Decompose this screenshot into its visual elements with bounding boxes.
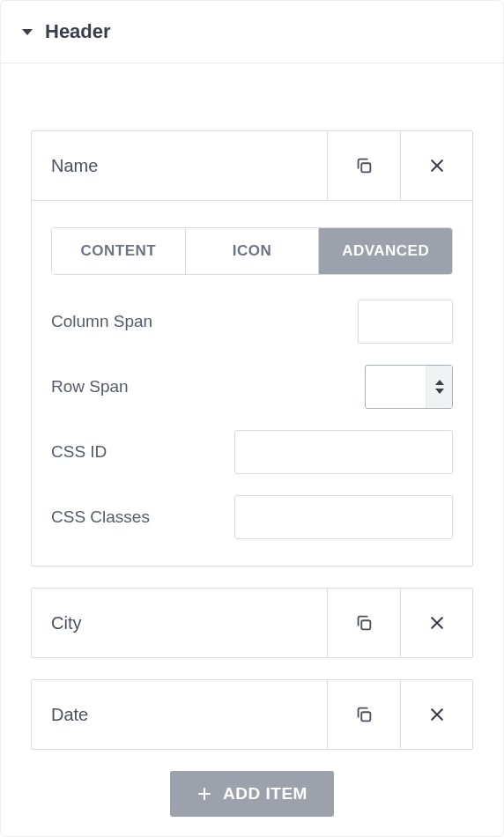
chevron-down-icon [22, 29, 33, 35]
svg-rect-6 [361, 712, 370, 721]
close-icon [428, 157, 446, 174]
input-row-span-wrapper [365, 365, 453, 409]
tab-advanced[interactable]: ADVANCED [319, 228, 452, 274]
item-head: Name [32, 131, 472, 200]
copy-icon [354, 705, 374, 724]
row-css-classes: CSS Classes [51, 495, 453, 539]
input-row-span[interactable] [366, 366, 426, 408]
close-icon [428, 614, 446, 632]
label-column-span: Column Span [51, 312, 152, 331]
section-body: Name CONTENT ICON ADVANCED [1, 63, 503, 837]
input-css-id[interactable] [234, 430, 453, 474]
item-title[interactable]: Date [32, 680, 328, 749]
add-item-label: ADD ITEM [223, 784, 308, 804]
close-icon [428, 706, 446, 723]
row-css-id: CSS ID [51, 430, 453, 474]
item-card: Date [31, 679, 473, 750]
copy-icon [354, 613, 374, 633]
svg-rect-0 [361, 163, 370, 172]
input-css-classes[interactable] [234, 495, 453, 539]
item-title[interactable]: Name [32, 131, 328, 200]
label-css-id: CSS ID [51, 442, 107, 462]
plus-icon [196, 786, 212, 802]
input-column-span[interactable] [358, 300, 453, 344]
chevron-up-icon [435, 380, 444, 385]
item-head: City [32, 589, 472, 657]
duplicate-button[interactable] [328, 131, 400, 200]
svg-rect-3 [361, 620, 370, 629]
item-card: City [31, 588, 473, 658]
row-column-span: Column Span [51, 300, 453, 344]
tab-content[interactable]: CONTENT [52, 228, 186, 274]
item-body: CONTENT ICON ADVANCED Column Span Row Sp… [32, 200, 472, 566]
copy-icon [354, 156, 374, 175]
item-title[interactable]: City [32, 589, 328, 657]
remove-button[interactable] [400, 680, 472, 749]
duplicate-button[interactable] [328, 680, 400, 749]
add-item-button[interactable]: ADD ITEM [170, 771, 334, 817]
label-css-classes: CSS Classes [51, 507, 150, 527]
label-row-span: Row Span [51, 377, 129, 396]
remove-button[interactable] [400, 131, 472, 200]
tab-icon[interactable]: ICON [186, 228, 320, 274]
item-card: Name CONTENT ICON ADVANCED [31, 130, 473, 567]
row-row-span: Row Span [51, 365, 453, 409]
section-header[interactable]: Header [1, 1, 503, 63]
chevron-down-icon [435, 389, 444, 394]
duplicate-button[interactable] [328, 589, 400, 657]
remove-button[interactable] [400, 589, 472, 657]
item-head: Date [32, 680, 472, 749]
tab-bar: CONTENT ICON ADVANCED [51, 227, 453, 275]
number-spinner[interactable] [426, 366, 452, 408]
section-title: Header [45, 20, 111, 43]
